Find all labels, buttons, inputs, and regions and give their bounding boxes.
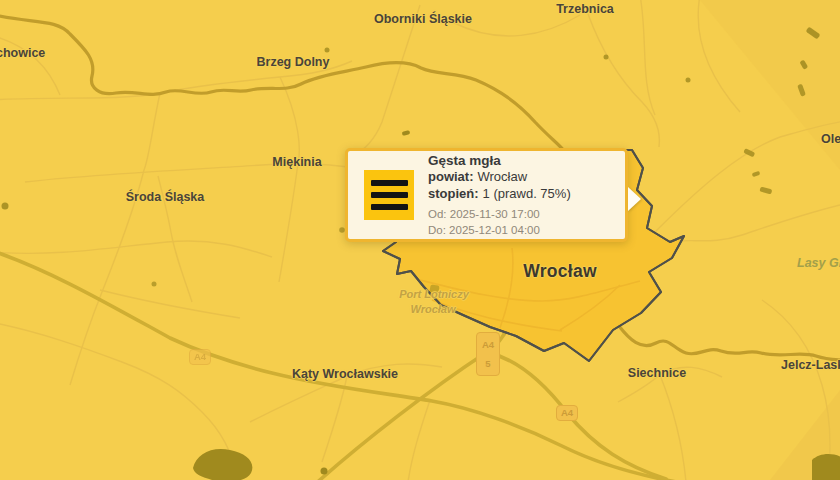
weather-warning-map[interactable]: chowice Brzeg Dolny Oborniki Śląskie Trz… (0, 0, 840, 480)
warning-title: Gęsta mgła (428, 152, 571, 170)
town-label-trzebnica: Trzebnica (556, 2, 614, 16)
town-label-oborniki-slaskie: Oborniki Śląskie (374, 12, 472, 26)
fog-warning-icon (364, 170, 414, 220)
town-label-miekinia: Miękinia (272, 155, 321, 169)
road-shield-a4-junction: A4 5 (476, 332, 500, 376)
town-label-katy-wroclawskie: Kąty Wrocławskie (292, 367, 398, 381)
warning-county-value: Wrocław (478, 169, 528, 184)
fog-bar (371, 180, 408, 186)
airport-label-line1: Port Lotniczy (399, 288, 469, 300)
warning-valid-from: Od: 2025-11-30 17:00 (428, 207, 571, 223)
town-label-jelcz-laskowice-partial: Jelcz-Laskowice (781, 358, 840, 372)
fog-bar (371, 204, 408, 210)
warning-valid-to: Do: 2025-12-01 04:00 (428, 223, 571, 239)
town-label-olesnica-partial: Oleśnica (821, 132, 840, 146)
town-label-chowice-partial: chowice (0, 46, 45, 60)
town-label-brzeg-dolny: Brzeg Dolny (257, 55, 330, 69)
warning-popup: Gęsta mgła powiat:Wrocław stopień:1 (pra… (345, 148, 628, 242)
warning-validity: Od: 2025-11-30 17:00 Do: 2025-12-01 04:0… (428, 207, 571, 238)
warning-county-label: powiat: (428, 169, 474, 184)
road-shield-a4-junction-exit: 5 (477, 357, 499, 370)
city-label-wroclaw: Wrocław (523, 261, 597, 282)
warning-level-value: 1 (prawd. 75%) (483, 186, 571, 201)
road-shield-a4-junction-road: A4 (477, 338, 499, 351)
forest-label-lasy-gredzinskie-partial: Lasy Grędzińskie (797, 256, 840, 270)
town-label-sroda-slaska: Środa Śląska (126, 190, 205, 204)
popup-next-arrow-icon[interactable] (628, 187, 641, 211)
warning-level-label: stopień: (428, 186, 479, 201)
warning-level-line: stopień:1 (prawd. 75%) (428, 186, 571, 203)
warning-popup-details: Gęsta mgła powiat:Wrocław stopień:1 (pra… (428, 152, 571, 238)
airport-label-line2: Wrocław (410, 303, 455, 315)
road-shield-a4-west: A4 (189, 349, 211, 365)
warning-county-line: powiat:Wrocław (428, 169, 571, 186)
fog-bar (371, 192, 408, 198)
town-label-siechnice: Siechnice (628, 366, 686, 380)
road-shield-a4-south: A4 (556, 405, 578, 421)
